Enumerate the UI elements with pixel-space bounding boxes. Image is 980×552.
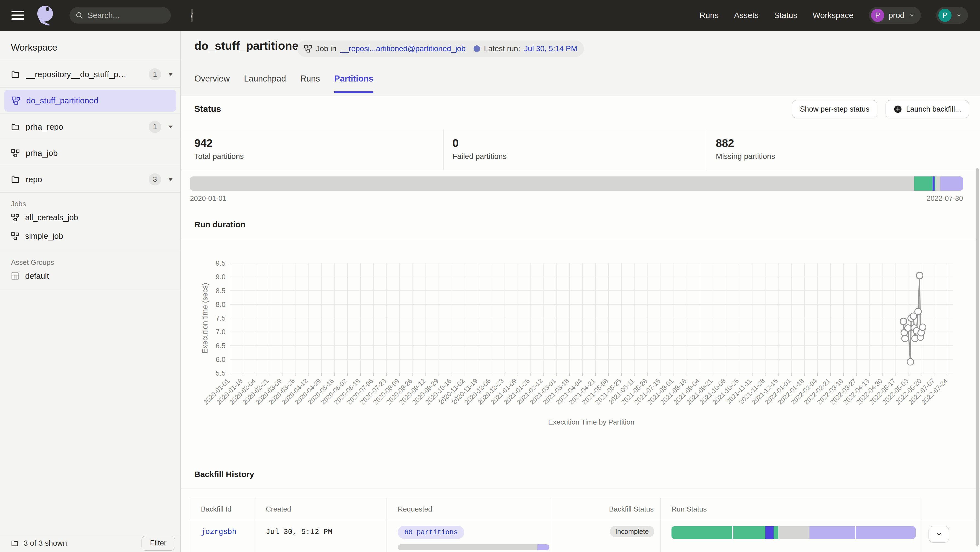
- bar-segment-lavender: [856, 526, 916, 539]
- sidebar-footer: 3 of 3 shown Filter: [0, 534, 180, 552]
- job-tag-link[interactable]: __reposi...artitioned@partitioned_job: [340, 44, 466, 53]
- svg-text:9.5: 9.5: [216, 259, 226, 267]
- svg-text:Execution Time by Partition: Execution Time by Partition: [548, 418, 634, 426]
- svg-text:8.5: 8.5: [216, 287, 226, 295]
- created-timestamp: Jul 30, 5:12 PM: [266, 528, 332, 536]
- user-menu[interactable]: P: [936, 7, 968, 24]
- workspace-sidebar: Workspace __repository__do_stuff_partiti…: [0, 31, 181, 552]
- divider: [0, 291, 180, 291]
- stat-label: Total partitions: [194, 152, 444, 161]
- folder-icon: [11, 175, 20, 184]
- show-per-step-status-button[interactable]: Show per-step status: [792, 100, 877, 118]
- sidebar-item-repo[interactable]: repo3: [0, 166, 180, 193]
- bar-segment-bar_gray: [778, 526, 810, 539]
- sidebar-item-simple_job[interactable]: simple_job: [0, 227, 180, 245]
- sidebar-item-prha-repo[interactable]: prha_repo1: [0, 114, 180, 140]
- plus-circle-icon: [894, 105, 902, 114]
- nav-link-assets[interactable]: Assets: [734, 11, 759, 20]
- nav-link-workspace[interactable]: Workspace: [813, 11, 854, 20]
- job-icon: [11, 149, 20, 157]
- bar-segment-bar_gray: [935, 176, 940, 191]
- launch-backfill-label: Launch backfill...: [906, 105, 961, 114]
- hamburger-menu-icon[interactable]: [11, 11, 24, 20]
- nav-link-status[interactable]: Status: [774, 11, 797, 20]
- job-list: all_cereals_jobsimple_job: [0, 208, 180, 245]
- caret-down-icon: [169, 178, 173, 181]
- sidebar-selected-item[interactable]: do_stuff_partitioned: [5, 90, 176, 112]
- partition-range-end: 2022-07-30: [927, 194, 963, 203]
- launch-backfill-button[interactable]: Launch backfill...: [886, 100, 969, 118]
- svg-text:5.5: 5.5: [216, 369, 226, 377]
- bar-segment-bar_gray: [398, 544, 537, 550]
- svg-text:Execution time (secs): Execution time (secs): [201, 283, 209, 354]
- job-icon: [11, 96, 20, 105]
- stat-label: Missing partitions: [716, 152, 980, 161]
- cell-requested: 60 partitions2020-01-012022-07-30: [387, 520, 551, 552]
- job-tag-prefix: Job in: [316, 44, 336, 53]
- sidebar-item-default[interactable]: default: [0, 267, 180, 285]
- sidebar-item-label: simple_job: [25, 232, 63, 241]
- folder-icon: [11, 122, 20, 131]
- svg-text:7.5: 7.5: [216, 314, 226, 322]
- latest-run-link[interactable]: Jul 30, 5:14 PM: [524, 44, 578, 53]
- page: / RunsAssetsStatusWorkspacePprodP Worksp…: [0, 0, 980, 552]
- run-status-dot: [474, 45, 480, 52]
- tab-partitions[interactable]: Partitions: [334, 74, 373, 93]
- status-section-title: Status: [194, 104, 221, 114]
- jobs-section-label: Jobs: [0, 193, 180, 208]
- main-content: do_stuff_partitioned Job in __reposi...a…: [181, 31, 980, 552]
- backfill-status-badge: Incomplete: [610, 526, 654, 537]
- tab-runs[interactable]: Runs: [300, 74, 320, 93]
- bar-segment-lavender: [940, 176, 963, 191]
- bar-segment-green: [773, 526, 778, 539]
- sidebar-item-label: prha_repo: [26, 122, 63, 132]
- top-nav-links: RunsAssetsStatusWorkspacePprodP: [699, 7, 980, 24]
- search-box: /: [70, 7, 171, 24]
- shown-count-label: 3 of 3 shown: [24, 539, 67, 547]
- dagster-logo-icon: [35, 3, 56, 27]
- backfill-history-table: Backfill IdCreatedRequestedBackfill Stat…: [190, 498, 977, 552]
- cell-run-status: [660, 520, 921, 552]
- svg-text:8.0: 8.0: [216, 300, 226, 309]
- tab-launchpad[interactable]: Launchpad: [244, 74, 286, 93]
- chevron-down-icon: [909, 12, 915, 18]
- deployment-avatar: P: [871, 9, 884, 22]
- deployment-switcher[interactable]: Pprod: [869, 7, 921, 24]
- nav-link-runs[interactable]: Runs: [699, 11, 719, 20]
- search-input[interactable]: [88, 11, 191, 20]
- backfill-id-link[interactable]: jozrgsbh: [201, 528, 237, 536]
- run-status-bar: [671, 526, 916, 539]
- item-count-badge: 3: [149, 173, 161, 186]
- expand-row-button[interactable]: [929, 526, 949, 543]
- sidebar-item--repository-do-stuff-partitio-[interactable]: __repository__do_stuff_partitio...1: [0, 61, 180, 87]
- cell-backfill-id: jozrgsbh: [190, 520, 255, 552]
- chevron-down-icon: [956, 12, 962, 18]
- filter-button[interactable]: Filter: [142, 536, 175, 550]
- sidebar-item-label: prha_job: [26, 149, 58, 158]
- job-icon: [11, 213, 19, 222]
- sidebar-item-prha-job[interactable]: prha_job: [0, 140, 180, 166]
- stat-missing-partitions: 882Missing partitions: [707, 129, 980, 170]
- sidebar-item-label: do_stuff_partitioned: [26, 96, 98, 105]
- stat-label: Failed partitions: [452, 152, 707, 161]
- cell-expand: [921, 520, 977, 552]
- svg-text:6.5: 6.5: [216, 342, 226, 350]
- vertical-scrollbar-thumb[interactable]: [975, 168, 979, 546]
- bar-segment-indigo: [765, 526, 773, 539]
- sidebar-item-do-stuff-partitioned[interactable]: do_stuff_partitioned: [0, 87, 180, 114]
- bar-segment-lavender: [810, 526, 855, 539]
- bar-segment-lavender: [537, 544, 549, 550]
- user-avatar: P: [939, 9, 951, 22]
- requested-progress-bar: [398, 544, 549, 550]
- tab-overview[interactable]: Overview: [194, 74, 230, 93]
- top-navigation-bar: / RunsAssetsStatusWorkspacePprodP: [0, 0, 980, 31]
- table-row: jozrgsbhJul 30, 5:12 PM60 partitions2020…: [190, 520, 977, 552]
- partition-bar-range: 2020-01-01 2022-07-30: [190, 194, 963, 203]
- job-icon: [304, 44, 312, 53]
- page-title: do_stuff_partitioned: [194, 40, 305, 52]
- sidebar-item-all_cereals_job[interactable]: all_cereals_job: [0, 208, 180, 227]
- search-shortcut-badge: /: [191, 9, 193, 22]
- requested-partitions-pill[interactable]: 60 partitions: [398, 526, 464, 539]
- folder-icon: [11, 70, 20, 79]
- sidebar-item-label: repo: [26, 175, 42, 184]
